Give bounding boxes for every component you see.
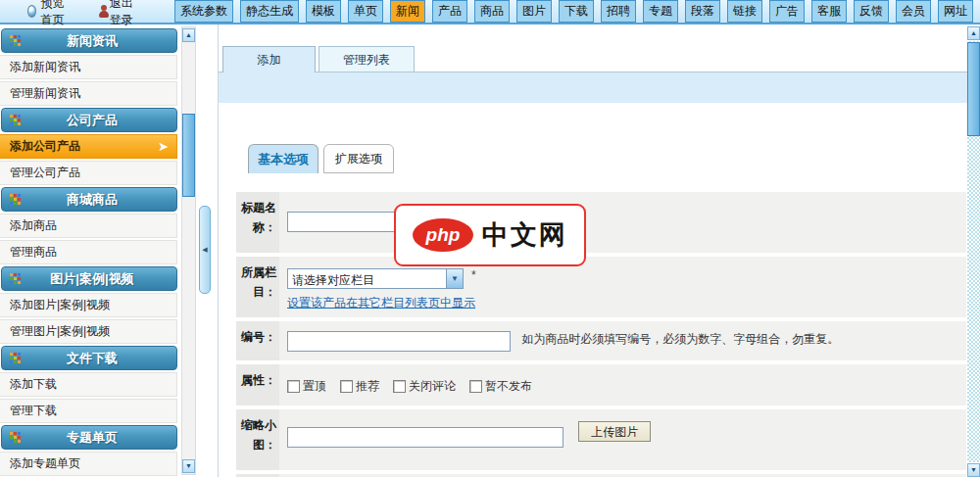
section-title: 公司产品 — [22, 112, 163, 129]
chevron-down-icon: ▼ — [446, 269, 463, 288]
checkbox-unpublished[interactable] — [469, 380, 482, 393]
scroll-up-icon[interactable]: ▲ — [967, 26, 980, 40]
menu-product[interactable]: 产品 — [432, 0, 467, 23]
sidebar-item-manage-download[interactable]: 管理下载 — [0, 399, 177, 423]
sidebar: 新闻资讯 添加新闻资讯 管理新闻资讯 公司产品 添加公司产品 ➤ 管理公司产品 … — [0, 27, 179, 477]
title-label: 标题名称： — [236, 192, 279, 253]
subtab-extended-options[interactable]: 扩展选项 — [323, 144, 394, 173]
menu-links[interactable]: 链接 — [727, 0, 762, 23]
checkbox-close-comments-label: 关闭评论 — [409, 378, 456, 395]
sidebar-item-add-special-page[interactable]: 添加专题单页 — [0, 452, 177, 476]
sidebar-item-label: 添加专题单页 — [10, 455, 80, 472]
category-other-columns-link[interactable]: 设置该产品在其它栏目列表页中显示 — [287, 295, 475, 311]
active-arrow-icon: ➤ — [158, 139, 169, 154]
menu-ads[interactable]: 广告 — [769, 0, 805, 23]
menu-static-gen[interactable]: 静态生成 — [240, 0, 299, 23]
sidebar-item-label: 管理公司产品 — [10, 165, 80, 181]
form-row-attributes: 属性： 置顶 推荐 关闭评论 暂不发布 — [236, 364, 966, 405]
sidebar-item-manage-company-product[interactable]: 管理公司产品 — [0, 161, 177, 185]
menu-feedback[interactable]: 反馈 — [854, 0, 889, 23]
logout-link[interactable]: 退出登录 — [110, 0, 141, 28]
watermark-text: 中文网 — [482, 217, 567, 253]
form-row-title: 标题名称： — [236, 192, 966, 253]
menu-url[interactable]: 网址 — [938, 0, 973, 23]
category-select-value: 请选择对应栏目 — [288, 269, 446, 288]
top-bar: 预览首页 退出登录 系统参数 静态生成 模板 单页 新闻 产品 商品 图片 下载… — [0, 0, 980, 24]
sidebar-item-label: 管理图片|案例|视频 — [10, 323, 110, 340]
category-select[interactable]: 请选择对应栏目 ▼ — [287, 268, 464, 289]
thumbnail-input[interactable] — [287, 427, 564, 448]
sidebar-item-manage-media[interactable]: 管理图片|案例|视频 — [0, 319, 177, 344]
checkbox-recommend-label: 推荐 — [356, 378, 379, 395]
tab-band — [219, 72, 969, 103]
attributes-label: 属性： — [236, 364, 279, 405]
grid-icon — [10, 353, 22, 364]
grid-icon — [10, 35, 22, 47]
code-hint: 如为商品时必须填写编号，必须为数字、字母组合，勿重复。 — [521, 332, 839, 346]
sidebar-section-media[interactable]: 图片|案例|视频 — [1, 266, 177, 291]
menu-download[interactable]: 下载 — [559, 0, 594, 23]
sidebar-item-add-media[interactable]: 添加图片|案例|视频 — [0, 293, 177, 317]
menu-recruit[interactable]: 招聘 — [601, 0, 636, 23]
menu-picture[interactable]: 图片 — [516, 0, 552, 23]
tab-add[interactable]: 添加 — [222, 46, 316, 72]
menu-news[interactable]: 新闻 — [390, 0, 425, 23]
checkbox-pin-top-label: 置顶 — [303, 378, 326, 395]
sidebar-section-news[interactable]: 新闻资讯 — [1, 28, 177, 53]
required-mark: * — [471, 268, 476, 282]
sidebar-item-add-news[interactable]: 添加新闻资讯 — [0, 55, 177, 79]
category-label: 所属栏目： — [236, 257, 279, 317]
sidebar-collapse-button[interactable]: ◀ — [199, 206, 211, 294]
sidebar-section-company-product[interactable]: 公司产品 — [1, 108, 177, 132]
tab-manage-list[interactable]: 管理列表 — [318, 46, 415, 72]
menu-special[interactable]: 专题 — [643, 0, 678, 23]
sidebar-item-label: 添加商品 — [10, 217, 57, 234]
menu-service[interactable]: 客服 — [811, 0, 847, 23]
grid-icon — [10, 194, 22, 206]
main-scroll-thumb[interactable] — [967, 42, 980, 136]
grid-icon — [10, 273, 22, 285]
code-input[interactable] — [287, 331, 511, 352]
sidebar-item-label: 管理新闻资讯 — [10, 85, 80, 102]
checkbox-close-comments[interactable] — [393, 380, 406, 393]
menu-paragraph[interactable]: 段落 — [685, 0, 720, 23]
scroll-down-icon[interactable]: ▼ — [967, 463, 980, 477]
subtab-basic-options[interactable]: 基本选项 — [248, 144, 318, 173]
sidebar-item-label: 管理下载 — [10, 403, 57, 419]
sidebar-item-add-company-product[interactable]: 添加公司产品 ➤ — [0, 134, 177, 159]
scroll-down-icon[interactable]: ▼ — [182, 459, 195, 473]
sidebar-section-file-download[interactable]: 文件下载 — [1, 346, 177, 370]
sidebar-item-manage-goods[interactable]: 管理商品 — [0, 240, 177, 264]
section-title: 文件下载 — [22, 350, 163, 367]
sidebar-section-special-page[interactable]: 专题单页 — [1, 425, 177, 450]
section-title: 图片|案例|视频 — [22, 270, 163, 288]
main-scrollbar[interactable]: ▲ ▼ — [967, 26, 980, 477]
sidebar-item-label: 添加下载 — [10, 376, 57, 393]
checkbox-pin-top[interactable] — [287, 380, 300, 393]
form-row-category: 所属栏目： 请选择对应栏目 ▼ * 设置该产品在其它栏目列表页中显示 — [236, 257, 966, 317]
sidebar-item-add-download[interactable]: 添加下载 — [0, 372, 177, 397]
sidebar-scrollbar[interactable]: ▲ ▼ — [181, 26, 196, 475]
preview-home-icon — [27, 5, 36, 18]
form-row-thumbnail: 缩略小图： 上传图片 — [236, 409, 966, 470]
scroll-up-icon[interactable]: ▲ — [182, 28, 195, 42]
sidebar-section-mall-goods[interactable]: 商城商品 — [1, 187, 177, 212]
code-label: 编号： — [236, 321, 279, 360]
section-title: 新闻资讯 — [22, 32, 163, 50]
menu-template[interactable]: 模板 — [306, 0, 341, 23]
logout-icon — [98, 5, 106, 18]
menu-goods[interactable]: 商品 — [474, 0, 510, 23]
menu-member[interactable]: 会员 — [896, 0, 931, 23]
sidebar-scroll-thumb[interactable] — [182, 114, 195, 197]
grid-icon — [10, 115, 22, 126]
sidebar-item-add-goods[interactable]: 添加商品 — [0, 214, 177, 238]
preview-home-link[interactable]: 预览首页 — [40, 0, 72, 28]
product-form: 标题名称： 所属栏目： 请选择对应栏目 ▼ * 设置该产品在其它栏目列表页中显示… — [236, 192, 966, 477]
checkbox-recommend[interactable] — [340, 380, 353, 393]
upload-image-button[interactable]: 上传图片 — [578, 421, 651, 442]
menu-single-page[interactable]: 单页 — [348, 0, 383, 23]
main-panel: 添加 管理列表 基本选项 扩展选项 标题名称： 所属栏目： 请选择对应栏目 ▼ … — [218, 24, 968, 477]
sidebar-item-label: 添加图片|案例|视频 — [10, 297, 110, 313]
menu-system-params[interactable]: 系统参数 — [174, 0, 233, 23]
sidebar-item-manage-news[interactable]: 管理新闻资讯 — [0, 81, 177, 106]
